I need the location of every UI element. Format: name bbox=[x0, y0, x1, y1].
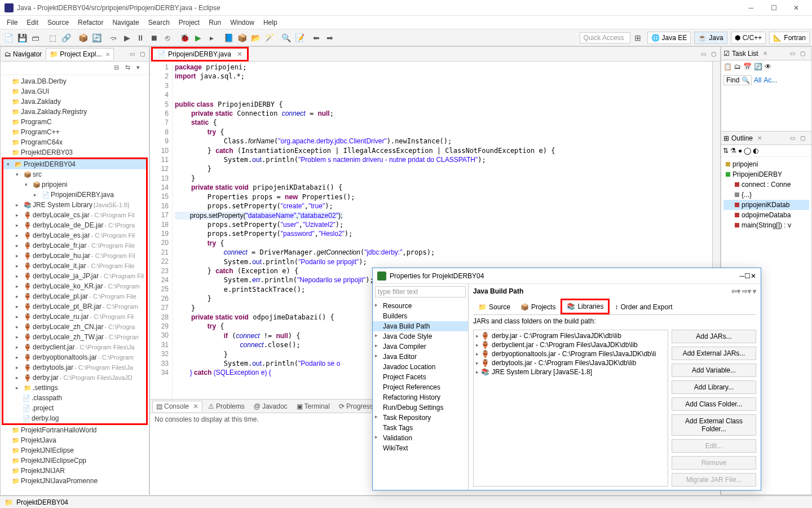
chevron-down-icon[interactable]: ▾ bbox=[16, 172, 23, 177]
chevron-right-icon[interactable]: ▸ bbox=[16, 263, 23, 269]
link-editor-icon[interactable]: ⇆ bbox=[125, 64, 134, 73]
pause-icon[interactable]: ⏸ bbox=[134, 32, 147, 44]
forward-icon[interactable]: ➡ bbox=[324, 32, 336, 44]
tab-terminal[interactable]: ▣Terminal bbox=[293, 401, 333, 411]
chevron-right-icon[interactable]: ▸ bbox=[476, 342, 479, 348]
perspective-fortran[interactable]: 📐Fortran bbox=[769, 32, 810, 44]
menu-window[interactable]: Window bbox=[226, 17, 259, 28]
dialog-button[interactable]: Add JARs... bbox=[672, 330, 756, 343]
tree-jar-item[interactable]: ▸🏺derbyLocale_zh_CN.jar - C:\Progra bbox=[3, 322, 146, 332]
dialog-button[interactable]: Add Library... bbox=[672, 380, 756, 394]
tree-jar-item[interactable]: ▸🏺derbyLocale_pt_BR.jar - C:\Program bbox=[3, 301, 146, 312]
tab-problems[interactable]: ⚠Problems bbox=[205, 401, 248, 411]
minimize-button[interactable]: ─ bbox=[739, 272, 744, 280]
maximize-view-icon[interactable]: ▢ bbox=[709, 50, 718, 59]
menu-search[interactable]: Search bbox=[144, 17, 174, 28]
tree-jar-item[interactable]: ▸🏺derbyLocale_hu.jar - C:\Program Fil bbox=[3, 251, 146, 261]
view-menu-icon[interactable]: ▾ bbox=[136, 64, 145, 73]
category-item[interactable]: ▸Validation bbox=[373, 433, 468, 443]
close-button[interactable]: ✕ bbox=[751, 272, 756, 280]
perspective-javaee[interactable]: 🌐Java EE bbox=[647, 32, 691, 44]
chevron-right-icon[interactable]: ▸ bbox=[476, 360, 479, 366]
chevron-right-icon[interactable]: ▸ bbox=[16, 212, 23, 218]
category-item[interactable]: Project References bbox=[373, 382, 468, 392]
chevron-right-icon[interactable]: ▸ bbox=[16, 334, 23, 340]
annotation-icon[interactable]: 📝 bbox=[293, 32, 306, 44]
maximize-button[interactable]: ☐ bbox=[744, 272, 751, 280]
outline-item[interactable]: PripojeniDERBY bbox=[723, 169, 809, 179]
chevron-right-icon[interactable]: ▸ bbox=[375, 434, 378, 440]
menu-source[interactable]: Source bbox=[43, 17, 73, 28]
chevron-down-icon[interactable]: ▾ bbox=[25, 182, 32, 187]
tree-jar-item[interactable]: ▸🏺derbyLocale_ko_KR.jar - C:\Program bbox=[3, 281, 146, 291]
tab-order-export[interactable]: ↕Order and Export bbox=[610, 299, 677, 314]
chevron-right-icon[interactable]: ▸ bbox=[16, 304, 23, 309]
tree-project-selected[interactable]: ▾📂ProjektDERBY04 bbox=[3, 159, 146, 169]
chevron-right-icon[interactable]: ▸ bbox=[16, 253, 23, 259]
chevron-right-icon[interactable]: ▸ bbox=[375, 302, 378, 308]
task-sync-icon[interactable]: 🔄 bbox=[754, 63, 762, 71]
new-icon[interactable]: 📄 bbox=[2, 32, 15, 44]
minimize-view-icon[interactable]: ▭ bbox=[788, 134, 797, 143]
editor-tab[interactable]: 📄PripojeniDERBY.java✕ bbox=[151, 47, 249, 62]
category-item[interactable]: Refactoring History bbox=[373, 392, 468, 402]
perspective-java[interactable]: ☕Java bbox=[694, 32, 727, 44]
menu-help[interactable]: Help bbox=[259, 17, 282, 28]
hide-nonpublic-icon[interactable]: ◐ bbox=[753, 147, 758, 155]
tree-jar-item[interactable]: ▸🏺derbyLocale_it.jar - C:\Program File bbox=[3, 261, 146, 271]
close-icon[interactable]: ✕ bbox=[193, 402, 198, 410]
skip-icon[interactable]: ⤼ bbox=[107, 32, 120, 44]
save-icon[interactable]: 💾 bbox=[16, 32, 28, 44]
outline-tree[interactable]: pripojeniPripojeniDERBYconnect : Conne{.… bbox=[721, 157, 811, 233]
saveall-icon[interactable]: 🗃 bbox=[29, 32, 42, 44]
quick-access[interactable]: Quick Access bbox=[580, 32, 630, 43]
chevron-right-icon[interactable]: ▸ bbox=[476, 351, 479, 357]
category-item[interactable]: ▸Resource bbox=[373, 301, 468, 311]
tree-jar-item[interactable]: ▸🏺derbyLocale_ja_JP.jar - C:\Program Fil bbox=[3, 271, 146, 281]
find-input[interactable]: Find🔍 bbox=[723, 75, 752, 85]
chevron-right-icon[interactable]: ▸ bbox=[16, 243, 23, 248]
maximize-view-icon[interactable]: ▢ bbox=[798, 134, 807, 143]
all-link[interactable]: All bbox=[754, 76, 761, 84]
close-icon[interactable]: ✕ bbox=[105, 51, 110, 58]
toggle-icon[interactable]: ⬚ bbox=[46, 32, 59, 44]
category-item[interactable]: Run/Debug Settings bbox=[373, 402, 468, 413]
refresh-icon[interactable]: 🔄 bbox=[90, 32, 103, 44]
category-item[interactable]: Javadoc Location bbox=[373, 362, 468, 372]
collapse-all-icon[interactable]: ⊟ bbox=[114, 64, 123, 73]
maximize-view-icon[interactable]: ▢ bbox=[138, 50, 147, 59]
hide-static-icon[interactable]: ◯ bbox=[744, 147, 751, 155]
debug-icon[interactable]: 🐞 bbox=[178, 32, 191, 44]
outline-item[interactable]: {...} bbox=[723, 190, 809, 200]
back-icon[interactable]: ⬅ bbox=[310, 32, 323, 44]
chevron-right-icon[interactable]: ▸ bbox=[375, 414, 378, 419]
close-icon[interactable]: ✕ bbox=[757, 135, 762, 141]
outline-item[interactable]: odpojimeDataba bbox=[723, 210, 809, 220]
minimize-view-icon[interactable]: ▭ bbox=[699, 50, 708, 59]
menu-edit[interactable]: Edit bbox=[22, 17, 43, 28]
category-item[interactable]: Project Facets bbox=[373, 372, 468, 382]
tree-jar-item[interactable]: ▸🏺derbyLocale_fr.jar - C:\Program File bbox=[3, 240, 146, 251]
chevron-down-icon[interactable]: ▾ bbox=[7, 161, 14, 167]
tab-navigator[interactable]: 🗂Navigator bbox=[1, 48, 46, 60]
category-item[interactable]: Task Tags bbox=[373, 423, 468, 433]
wand-icon[interactable]: 🪄 bbox=[263, 32, 275, 44]
chevron-right-icon[interactable]: ▸ bbox=[16, 324, 23, 330]
tab-source[interactable]: 📁Source bbox=[473, 299, 515, 314]
filter-input[interactable]: type filter text bbox=[375, 286, 466, 297]
category-item[interactable]: Builders bbox=[373, 311, 468, 321]
outline-item[interactable]: pripojeni bbox=[723, 159, 809, 169]
tree-jar-item[interactable]: ▸🏺derbyclient.jar - C:\Program Files\Ja bbox=[3, 342, 146, 352]
chevron-right-icon[interactable]: ▸ bbox=[375, 332, 378, 338]
tree-jar-item[interactable]: ▸🏺derbytools.jar - C:\Program Files\Ja bbox=[3, 362, 146, 373]
outline-item[interactable]: pripojeniKDatab bbox=[723, 200, 809, 210]
jar-item[interactable]: ▸🏺derbytools.jar - C:\Program Files\Java… bbox=[475, 358, 667, 367]
menu-file[interactable]: File bbox=[2, 17, 22, 28]
dialog-button[interactable]: Add Class Folder... bbox=[672, 397, 756, 411]
close-button[interactable]: ✕ bbox=[785, 0, 807, 16]
runlast-icon[interactable]: ▸ bbox=[205, 32, 218, 44]
chevron-right-icon[interactable]: ▸ bbox=[16, 314, 23, 319]
menu-refactor[interactable]: Refactor bbox=[73, 17, 108, 28]
outline-item[interactable]: main(String[]) : v bbox=[723, 220, 809, 230]
tree-jar-item[interactable]: ▸🏺derbyLocale_ru.jar - C:\Program Fil bbox=[3, 312, 146, 322]
